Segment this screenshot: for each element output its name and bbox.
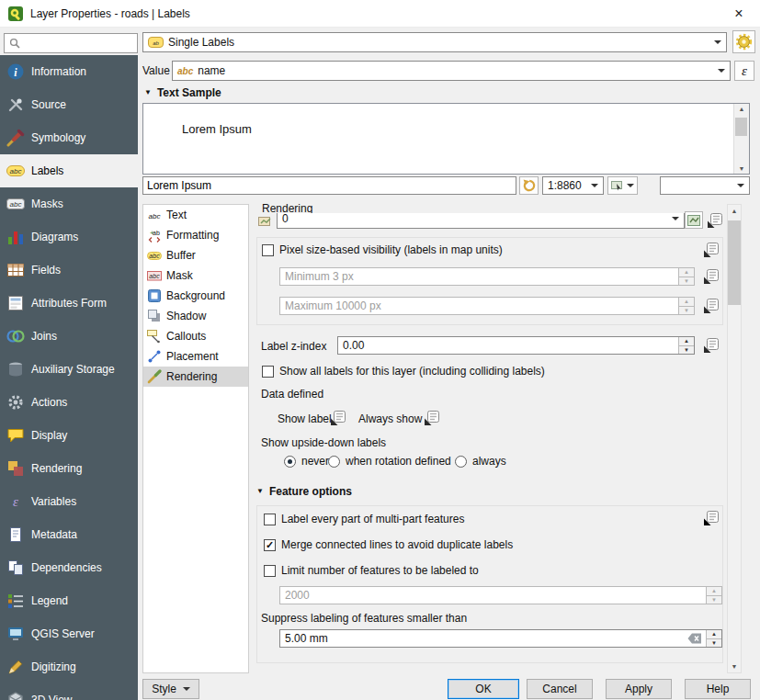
- feature-options-section-header[interactable]: ▼ Feature options: [256, 485, 352, 498]
- spin-buttons[interactable]: ▲▼: [678, 298, 694, 314]
- reset-sample-button[interactable]: [519, 176, 539, 195]
- show-all-labels-row[interactable]: Show all labels for this layer (includin…: [262, 365, 545, 378]
- sample-text-input[interactable]: [142, 176, 516, 195]
- sidebar-item-dependencies[interactable]: Dependencies: [0, 551, 138, 584]
- sidebar-search[interactable]: [4, 33, 138, 53]
- ok-button[interactable]: OK: [448, 679, 519, 699]
- spin-down-icon[interactable]: ▼: [707, 638, 721, 648]
- merge-connected-row[interactable]: ✓ Merge connected lines to avoid duplica…: [264, 538, 513, 551]
- limit-features-spinbox[interactable]: 2000 ▲▼: [279, 586, 722, 604]
- radio-never[interactable]: never: [284, 455, 329, 468]
- sidebar-item-digitizing[interactable]: Digitizing: [0, 650, 138, 683]
- spin-up-icon[interactable]: ▲: [707, 630, 721, 638]
- close-icon[interactable]: ×: [726, 1, 752, 27]
- minimum-scale-field[interactable]: 0: [277, 213, 685, 229]
- data-defined-override-button[interactable]: [705, 211, 725, 230]
- sidebar-item-actions[interactable]: Actions: [0, 386, 138, 419]
- sidebar-item-information[interactable]: iInformation: [0, 55, 138, 88]
- minimum-pixel-spinbox[interactable]: Minimum 3 px ▲▼: [279, 267, 695, 286]
- tab-placement[interactable]: Placement: [143, 346, 248, 367]
- tab-background[interactable]: Background: [143, 286, 248, 306]
- radio-button-icon[interactable]: [328, 456, 340, 468]
- scroll-down-icon[interactable]: ▼: [732, 663, 738, 670]
- tab-mask[interactable]: abcMask: [143, 265, 248, 286]
- data-defined-override-button[interactable]: [422, 409, 442, 427]
- pixel-visibility-checkbox[interactable]: [262, 244, 274, 256]
- suppress-spinbox[interactable]: 5.00 mm ▲▼: [279, 629, 722, 648]
- spin-down-icon[interactable]: ▼: [679, 277, 694, 286]
- data-defined-override-button[interactable]: [701, 241, 721, 259]
- search-input[interactable]: [25, 37, 132, 50]
- label-every-part-row[interactable]: Label every part of multi-part features: [264, 513, 464, 525]
- spin-down-icon[interactable]: ▼: [679, 345, 694, 355]
- scroll-down-icon[interactable]: ▼: [739, 165, 745, 172]
- sidebar-item-legend[interactable]: Legend: [0, 584, 138, 617]
- sidebar-item-diagrams[interactable]: Diagrams: [0, 220, 138, 254]
- sidebar-item-qgis-server[interactable]: QGIS Server: [0, 617, 138, 650]
- spin-down-icon[interactable]: ▼: [707, 595, 721, 604]
- text-sample-section-header[interactable]: ▼ Text Sample: [144, 86, 221, 99]
- spin-down-icon[interactable]: ▼: [679, 306, 694, 315]
- radio-button-icon[interactable]: [455, 456, 467, 468]
- sidebar-item-symbology[interactable]: Symbology: [0, 121, 138, 154]
- z-index-spinbox[interactable]: 0.00 ▲▼: [337, 336, 695, 355]
- help-button[interactable]: Help: [685, 679, 751, 699]
- scroll-up-icon[interactable]: ▲: [739, 106, 745, 112]
- sidebar-item-display[interactable]: Display: [0, 419, 138, 452]
- preview-scroll-thumb[interactable]: [735, 118, 747, 136]
- tab-formatting[interactable]: +abFormatting: [143, 225, 248, 245]
- preview-background-combo[interactable]: [660, 176, 750, 195]
- radio-button-icon[interactable]: [284, 456, 296, 468]
- sidebar-item-source[interactable]: Source: [0, 88, 138, 121]
- sidebar-item-metadata[interactable]: Metadata: [0, 518, 138, 551]
- tab-shadow[interactable]: Shadow: [143, 306, 248, 326]
- data-defined-override-button[interactable]: [701, 267, 721, 286]
- clear-icon[interactable]: [684, 633, 706, 644]
- sidebar-item-joins[interactable]: Joins: [0, 320, 138, 353]
- merge-connected-checkbox[interactable]: ✓: [264, 539, 276, 551]
- preview-scrollbar[interactable]: ▲ ▼: [733, 104, 749, 174]
- cancel-button[interactable]: Cancel: [527, 679, 593, 699]
- tab-callouts[interactable]: Callouts: [143, 326, 248, 346]
- limit-features-checkbox[interactable]: [264, 565, 276, 577]
- radio-always[interactable]: always: [455, 455, 506, 468]
- show-all-labels-checkbox[interactable]: [262, 366, 274, 378]
- label-every-part-checkbox[interactable]: [264, 514, 276, 525]
- data-defined-override-button[interactable]: [701, 297, 721, 315]
- spin-up-icon[interactable]: ▲: [679, 337, 694, 345]
- sidebar-item-attributes-form[interactable]: Attributes Form: [0, 287, 138, 320]
- tab-rendering[interactable]: Rendering: [143, 367, 248, 387]
- sidebar-item-auxiliary-storage[interactable]: Auxiliary Storage: [0, 353, 138, 386]
- scale-combo[interactable]: 1:8860: [542, 176, 604, 195]
- sidebar-item-labels[interactable]: abcLabels: [0, 154, 138, 187]
- sidebar-item-fields[interactable]: Fields: [0, 254, 138, 287]
- sidebar-item-masks[interactable]: abcMasks: [0, 187, 138, 220]
- maximum-pixel-spinbox[interactable]: Maximum 10000 px ▲▼: [279, 297, 695, 315]
- spin-up-icon[interactable]: ▲: [707, 587, 721, 595]
- expression-builder-button[interactable]: ε: [734, 61, 754, 81]
- tab-buffer[interactable]: abcBuffer: [143, 245, 248, 265]
- spin-up-icon[interactable]: ▲: [679, 268, 694, 277]
- set-to-current-scale-button[interactable]: [685, 211, 703, 229]
- data-defined-override-button[interactable]: [701, 336, 721, 355]
- style-button[interactable]: Style: [142, 679, 199, 699]
- limit-features-row[interactable]: Limit number of features to be labeled t…: [264, 564, 479, 577]
- map-scale-button[interactable]: [607, 176, 638, 195]
- sidebar-item-3d-view[interactable]: 3D View: [0, 683, 138, 700]
- sidebar-item-variables[interactable]: εVariables: [0, 485, 138, 518]
- spin-up-icon[interactable]: ▲: [679, 298, 694, 306]
- spin-buttons[interactable]: ▲▼: [678, 268, 694, 285]
- pixel-visibility-row[interactable]: Pixel size-based visibility (labels in m…: [262, 243, 503, 256]
- scroll-up-icon[interactable]: ▲: [732, 208, 738, 214]
- sidebar-item-rendering[interactable]: Rendering: [0, 452, 138, 485]
- spin-buttons[interactable]: ▲▼: [706, 587, 721, 604]
- automated-placement-button[interactable]: [732, 30, 755, 53]
- tab-text[interactable]: abcText: [143, 205, 248, 225]
- spin-buttons[interactable]: ▲▼: [678, 337, 694, 354]
- scrollbar-thumb[interactable]: [728, 220, 741, 305]
- spin-buttons[interactable]: ▲▼: [706, 630, 721, 647]
- radio-when-rotation-defined[interactable]: when rotation defined: [328, 455, 451, 468]
- data-defined-override-button[interactable]: [328, 409, 348, 427]
- apply-button[interactable]: Apply: [606, 679, 672, 699]
- value-field-combo[interactable]: abc name: [172, 61, 731, 81]
